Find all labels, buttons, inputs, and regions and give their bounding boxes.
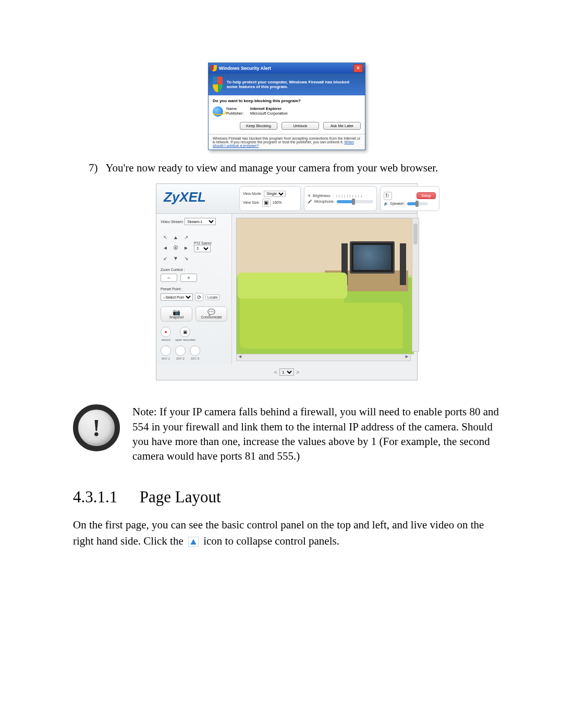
camera-sidebar: Video Stream: Stream-1 ↖ ▲ ↗ ◄ ⦿ ► ↙ ▼: [156, 214, 232, 364]
speech-icon: 💬: [207, 309, 215, 315]
dio1-label: D/O 1: [162, 357, 170, 360]
ptz-pad[interactable]: ↖ ▲ ↗ ◄ ⦿ ► ↙ ▼ ↘: [161, 232, 191, 263]
banner-text: To help protect your computer, Windows F…: [227, 80, 361, 89]
dialog-titlebar[interactable]: Windows Security Alert ×: [209, 63, 365, 73]
dio1-button[interactable]: [161, 346, 171, 356]
brightness-ticks: - | | | | | | | | | +: [333, 194, 363, 198]
internet-explorer-icon: [213, 106, 223, 117]
step-7-text: 7) You're now ready to view and manage y…: [89, 161, 500, 176]
collapse-triangle-icon: [188, 537, 199, 547]
video-stream-select[interactable]: Stream-1: [185, 218, 216, 225]
speaker-slider[interactable]: [407, 202, 428, 205]
zoom-in-button[interactable]: ＋: [180, 274, 197, 282]
pager-prev-icon[interactable]: <: [274, 369, 277, 375]
ptz-speed-select[interactable]: 3: [194, 245, 211, 252]
camera-pager: < 1 >: [156, 364, 417, 380]
ptz-up-icon[interactable]: ▲: [171, 232, 180, 242]
ptz-home-icon[interactable]: ⦿: [171, 243, 180, 252]
camera-web-ui: ZyXEL View Mode: Single View Size: ▣ 100…: [156, 183, 418, 380]
camera-view-pane: [232, 214, 417, 364]
preset-select[interactable]: --Select Point--: [161, 293, 193, 301]
ptz-right-icon[interactable]: ►: [181, 243, 191, 252]
setup-button[interactable]: Setup: [417, 192, 435, 199]
record-label: record: [161, 338, 170, 341]
program-name-value: Internet Explorer: [250, 106, 282, 111]
camera-live-image[interactable]: [236, 218, 414, 354]
flip-icon[interactable]: f↕: [384, 192, 392, 200]
step-number: 7): [89, 162, 98, 174]
brightness-label: Brightness:: [313, 194, 331, 198]
view-mode-label: View Mode:: [243, 192, 262, 195]
para-after: icon to collapse control panels.: [203, 535, 339, 547]
ptz-down-right-icon[interactable]: ↘: [181, 253, 191, 263]
microphone-icon: 🎤: [308, 200, 312, 204]
fit-icon[interactable]: ▣: [262, 199, 271, 207]
program-publisher-label: Publisher:: [226, 111, 249, 116]
pager-select[interactable]: 1: [279, 368, 294, 376]
note-exclamation-icon: !: [73, 404, 120, 451]
close-icon[interactable]: ×: [353, 64, 363, 72]
program-publisher-value: Microsoft Corporation: [250, 111, 288, 116]
ptz-down-left-icon[interactable]: ↙: [161, 253, 170, 263]
dialog-footer: Windows Firewall has blocked this progra…: [209, 134, 365, 150]
refresh-icon[interactable]: ⟳: [195, 293, 203, 301]
open-recorded-button[interactable]: ▣: [180, 327, 190, 337]
shield-icon: [211, 65, 217, 71]
unblock-button[interactable]: Unblock: [282, 122, 319, 130]
speaker-label: Speaker:: [390, 202, 405, 205]
section-title: Page Layout: [140, 488, 221, 506]
vertical-scrollbar[interactable]: [412, 218, 419, 352]
page-layout-paragraph: On the first page, you can see the basic…: [73, 517, 500, 550]
dio2-label: D/O 2: [176, 357, 185, 360]
zoom-out-button[interactable]: −: [161, 274, 177, 282]
brightness-icon: ☀: [308, 194, 311, 198]
footer-text: Windows Firewall has blocked this progra…: [213, 137, 360, 144]
speaker-right-shape: [400, 243, 406, 285]
pager-next-icon[interactable]: >: [296, 369, 299, 375]
ptz-up-right-icon[interactable]: ↗: [181, 232, 191, 242]
dialog-question: Do you want to keep blocking this progra…: [213, 98, 361, 103]
note-text: Note: If your IP camera falls behind a f…: [132, 404, 500, 463]
zyxel-logo: ZyXEL: [156, 184, 236, 213]
dio3-label: D/O 3: [191, 357, 199, 360]
zoom-label: Zoom Control :: [161, 268, 227, 272]
record-button[interactable]: ●: [161, 327, 171, 337]
speaker-icon: 🔊: [384, 202, 388, 206]
dio2-button[interactable]: [175, 346, 186, 356]
step-body: You're now ready to view and manage your…: [105, 162, 438, 174]
dio3-button[interactable]: [190, 346, 200, 356]
view-size-value: 100%: [273, 201, 282, 204]
communicate-button[interactable]: 💬 Communicate: [195, 306, 227, 322]
microphone-label: Microphone:: [314, 200, 335, 203]
section-number: 4.3.1.1: [73, 488, 136, 507]
ptz-down-icon[interactable]: ▼: [171, 253, 180, 263]
ottoman-shape: [320, 303, 403, 349]
windows-security-alert-dialog: Windows Security Alert × To help protect…: [208, 63, 365, 150]
program-name-label: Name:: [226, 106, 249, 111]
open-recorded-label: open recorded: [175, 338, 195, 341]
ptz-left-icon[interactable]: ◄: [161, 243, 170, 252]
preset-label: Preset Point :: [161, 287, 227, 291]
video-stream-label: Video Stream:: [161, 220, 183, 224]
shield-large-icon: [213, 77, 223, 92]
keep-blocking-button[interactable]: Keep Blocking: [240, 122, 277, 130]
ask-me-later-button[interactable]: Ask Me Later: [323, 122, 361, 130]
tv-shape: [350, 241, 395, 274]
dialog-title: Windows Security Alert: [219, 66, 271, 71]
camera-icon: 📷: [173, 309, 180, 315]
section-heading: 4.3.1.1 Page Layout: [73, 488, 500, 507]
view-size-label: View Size:: [243, 201, 260, 204]
horizontal-scrollbar[interactable]: [236, 354, 411, 361]
ptz-speed-label: PTZ Speed:: [194, 241, 212, 245]
locate-button[interactable]: Locate: [205, 294, 220, 300]
snapshot-button[interactable]: 📷 Snapshot: [161, 306, 192, 322]
ptz-up-left-icon[interactable]: ↖: [161, 232, 170, 242]
dialog-banner: To help protect your computer, Windows F…: [209, 73, 365, 95]
microphone-slider[interactable]: [337, 200, 373, 203]
view-mode-select[interactable]: Single: [264, 191, 286, 197]
